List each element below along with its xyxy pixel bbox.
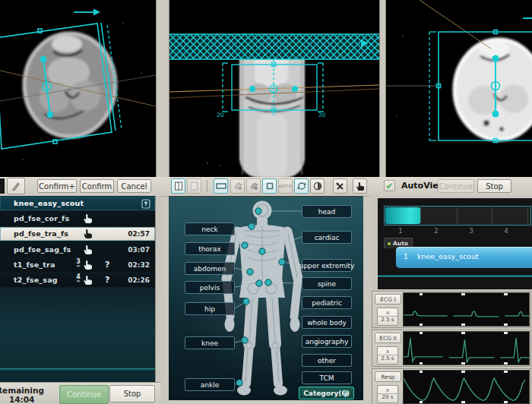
region-button-thorax[interactable]: thorax [185,242,235,255]
region-button-hip[interactable]: hip [185,302,235,315]
wrench-icon [335,181,345,191]
timeline-block: 1 2 3 4 Auto 1 knee_easy_scout [378,198,532,289]
tools-button[interactable] [333,178,347,194]
region-button-pediatric[interactable]: pediatric [302,296,352,309]
region-button-tcm[interactable]: TCM [302,371,352,384]
edit-plan-button[interactable] [7,178,25,194]
sequence-row-t2-fse-sag[interactable]: t2_fse_sag 4∞ ? 02:26 [0,273,155,287]
region-button-abdomen[interactable]: abdomen [185,262,235,275]
coronal-knee-image: 20 20 [169,0,379,177]
region-button-upper-extremity[interactable]: upper extremity [302,259,352,272]
continue-button[interactable]: Continue [59,385,109,404]
dot-spine [265,279,271,286]
protocol-page-button[interactable] [171,178,185,194]
region-button-angiography[interactable]: angiography [302,335,352,348]
add-plane-button[interactable] [230,178,245,194]
ecg2-waveform-display [403,331,530,365]
confirm-button[interactable]: Confirm [80,179,114,193]
pointer-mode-button[interactable] [353,178,367,194]
mri-knee-axial [24,33,116,137]
autoview-checkbox[interactable]: ✔ [384,180,395,191]
region-button-ankle[interactable]: ankle [185,378,235,391]
plane-plus-filled-icon [249,181,259,191]
small-fov-button[interactable] [262,178,277,194]
region-button-cardiac[interactable]: cardiac [302,231,352,244]
region-button-neck[interactable]: neck [185,223,235,235]
region-button-knee[interactable]: knee [185,336,235,349]
tick-marks [404,324,530,326]
hand-pointer-icon [83,245,93,255]
region-button-other[interactable]: other [302,354,352,367]
physio-row-ecg1: ECG I ∧ 2.5 s [372,291,531,328]
autoview-stop-button[interactable]: Stop [477,179,511,193]
sequence-name: pd_fse_cor_fs [14,214,69,223]
add-sat-plane-button[interactable] [246,178,261,194]
resp-trace [404,371,530,404]
sequence-row-knee-easy-scout[interactable]: knee_easy_scout [0,197,155,210]
confirm-plus-button[interactable]: Confirm+ [37,179,77,193]
sequence-row-pd-fse-sag-fs[interactable]: pd_fse_sag_fs 03:07 [0,243,155,257]
page-icon [190,181,198,191]
hand-pointer-icon [83,260,93,270]
cancel-button[interactable]: Cancel [117,179,151,193]
auto-position-button[interactable]: AUTO [278,178,293,194]
timeline-divider [420,207,421,224]
ecg1-waveform-display [403,292,530,327]
scan-timeline[interactable] [384,206,531,226]
resp-timebase-button[interactable]: ∧ 20 s [377,385,398,403]
dot-pelvis [256,280,262,286]
region-button-spine[interactable]: spine [302,277,352,290]
slice-count-label-left: 20 [217,112,224,118]
page-button[interactable] [187,178,201,194]
slice-stack-icon: 4∞ [74,274,83,284]
sequence-row-t1-fse-tra[interactable]: t1_fse_tra 3∞ ? 02:32 [0,258,155,272]
queued-sequence-bar[interactable]: 1 knee_easy_scout [396,247,532,268]
stop-button[interactable]: Stop [109,385,155,402]
region-button-head[interactable]: head [302,205,352,218]
category-button[interactable]: Category(6) ❯ [299,387,354,399]
ecg2-timebase-button[interactable]: ∧ 2.5 s [377,346,398,365]
physio-row-ecg2: ECG II ∧ 2.5 s [372,330,531,367]
remaining-label: Remaining [0,386,44,395]
ecg2-channel-button[interactable]: ECG II [375,333,401,343]
region-button-pelvis[interactable]: pelvis [185,281,235,294]
timebase-value: 20 s [378,393,397,400]
window-level-button[interactable] [310,178,325,194]
caret-up-icon: ∧ [385,311,389,316]
caret-up-icon: ∧ [385,349,389,355]
contrast-icon [313,181,322,191]
chevron-right-icon: ❯ [343,390,349,397]
slice-count-label-right: 20 [318,112,326,118]
tick-marks [404,362,530,365]
queue-index: 1 [404,252,408,260]
circle-arrows-icon [296,181,307,191]
viewport-coronal-middle[interactable]: 20 20 [169,0,379,177]
hand-pointer-icon [83,229,93,239]
dot-knee [242,337,248,343]
dot-head [255,208,261,214]
timeline-divider [527,207,528,224]
tick-marks [404,293,530,295]
hand-pointer-icon [83,275,93,286]
ecg1-channel-button[interactable]: ECG I [375,294,401,305]
sequence-row-pd-fse-cor-fs[interactable]: pd_fse_cor_fs [0,212,155,226]
dot-hip [243,298,249,305]
saturation-band[interactable] [169,34,379,59]
resp-channel-button[interactable]: Resp [375,371,401,382]
dot-upper-extremity [279,259,285,265]
timeline-progress-fill [385,207,420,224]
viewport-axial-left[interactable] [0,0,156,177]
sequence-row-pd-fse-tra-fs[interactable]: pd_fse_tra_fs 02:57 [0,227,155,241]
timeline-tick-1: 1 [397,227,404,235]
resp-waveform-display [403,370,530,404]
slice-stack-icon: 3∞ [74,259,83,269]
region-button-whole-body[interactable]: whole body [302,316,352,329]
autoview-continue-button[interactable]: Continue [438,179,474,193]
viewport-axial-right[interactable] [386,0,532,177]
ecg1-timebase-button[interactable]: ∧ 2.5 s [377,308,398,326]
clipped-dark-button [0,178,5,194]
dot-abdomen [247,269,253,275]
dot-cardiac [259,248,265,254]
rotate-view-button[interactable] [294,178,309,194]
slab-tool-button[interactable] [214,178,228,194]
